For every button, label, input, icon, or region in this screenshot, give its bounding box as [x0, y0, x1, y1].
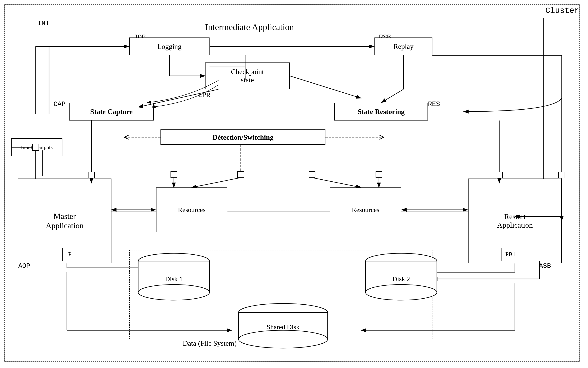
state-capture-box: State Capture [69, 103, 154, 120]
aop-label: AOP [18, 262, 30, 270]
p1-box: P1 [62, 248, 80, 261]
data-label: Data (File System) [183, 339, 237, 348]
int-label: INT [37, 20, 50, 27]
epr-label: EPR [198, 92, 211, 99]
resources-left-box: Resources [156, 187, 227, 232]
diagram-container: Cluster INT Intermediate Application JOP… [4, 4, 584, 364]
logging-box: Logging [129, 37, 210, 55]
resources-right-box: Resources [330, 187, 401, 232]
asb-label: ASB [539, 262, 551, 270]
res-label: RES [428, 101, 440, 108]
cap-label: CAP [53, 101, 66, 108]
data-border [129, 250, 432, 339]
inputs-outputs-box: Inputs/Outputs [11, 138, 62, 156]
state-restoring-box: State Restoring [334, 103, 428, 120]
cluster-label: Cluster [545, 6, 579, 15]
intermediate-app-title: Intermediate Application [205, 22, 294, 32]
detection-box: Détection/Switching [160, 129, 325, 145]
replay-box: Replay [375, 37, 432, 55]
pb1-box: PB1 [501, 248, 519, 261]
checkpoint-box: Checkpoint state [205, 63, 290, 89]
